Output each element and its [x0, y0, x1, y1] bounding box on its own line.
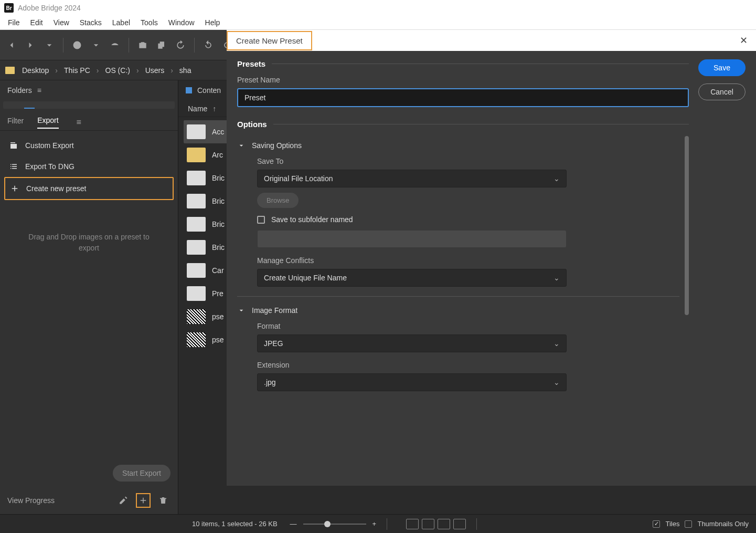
tab-menu-icon[interactable]: ≡	[77, 118, 81, 127]
subfolder-checkbox[interactable]	[257, 216, 265, 224]
tile-view-icon[interactable]	[422, 519, 434, 529]
file-name: Bric	[212, 220, 225, 228]
file-name: Bric	[212, 174, 225, 182]
menu-stacks[interactable]: Stacks	[74, 16, 107, 29]
cancel-button[interactable]: Cancel	[698, 83, 746, 100]
grid-view-icon[interactable]	[406, 519, 419, 529]
start-export-button[interactable]: Start Export	[113, 465, 171, 482]
camera-icon[interactable]	[135, 38, 150, 53]
file-name: pse	[212, 312, 224, 321]
detail-view-icon[interactable]	[438, 519, 450, 529]
menu-window[interactable]: Window	[163, 16, 200, 29]
image-format-header[interactable]: Image Format	[237, 306, 679, 315]
subfolder-label: Save to subfolder named	[271, 215, 353, 224]
thumbnails-checkbox[interactable]	[685, 520, 692, 528]
zoom-in-icon[interactable]: +	[372, 520, 377, 528]
chevron-down-icon: ⌄	[553, 274, 560, 282]
nav-forward-icon[interactable]	[23, 38, 38, 53]
preset-name-input[interactable]	[237, 88, 689, 107]
file-thumb	[187, 194, 206, 208]
sort-arrow-icon: ↑	[212, 104, 216, 113]
app-title: Adobe Bridge 2024	[18, 4, 81, 12]
content-indicator	[186, 87, 192, 93]
chevron-down-icon: ⌄	[553, 378, 560, 386]
refresh-icon[interactable]	[173, 38, 188, 53]
view-progress-label[interactable]: View Progress	[7, 496, 55, 505]
file-name: Car	[212, 266, 224, 275]
file-name: Acc	[212, 128, 224, 136]
history-icon[interactable]	[70, 38, 84, 53]
breadcrumb-item[interactable]: Users	[142, 66, 168, 75]
chevron-down-icon: ⌄	[553, 174, 560, 183]
extension-label: Extension	[257, 361, 679, 369]
zoom-out-icon[interactable]: —	[290, 520, 297, 528]
close-icon[interactable]: ✕	[731, 35, 756, 46]
pencil-icon[interactable]	[116, 493, 131, 508]
rotate-ccw-icon[interactable]	[201, 38, 216, 53]
dialog-header: Create New Preset ✕	[227, 30, 756, 51]
presets-section-title: Presets	[237, 59, 689, 68]
format-select[interactable]: JPEG ⌄	[257, 335, 567, 352]
save-to-label: Save To	[257, 157, 679, 165]
save-button[interactable]: Save	[698, 59, 746, 76]
tab-filter[interactable]: Filter	[7, 117, 24, 128]
save-to-select[interactable]: Original File Location ⌄	[257, 170, 567, 187]
nav-back-icon[interactable]	[4, 38, 19, 53]
file-name: Pre	[212, 289, 223, 298]
list-icon	[8, 161, 19, 172]
dialog-title: Create New Preset	[227, 31, 312, 50]
zoom-slider[interactable]	[303, 524, 366, 525]
breadcrumb-item[interactable]: OS (C:)	[102, 66, 133, 75]
menu-help[interactable]: Help	[200, 16, 226, 29]
copy-icon[interactable]	[154, 38, 169, 53]
file-thumb	[187, 171, 206, 185]
subfolder-name-input	[257, 230, 567, 248]
create-new-preset[interactable]: Create new preset	[4, 177, 174, 200]
tiles-label: Tiles	[665, 520, 679, 528]
boomerang-icon[interactable]	[108, 38, 122, 53]
file-thumb	[187, 124, 206, 139]
tiles-checkbox[interactable]	[653, 520, 660, 528]
menu-tools[interactable]: Tools	[135, 16, 163, 29]
file-thumb	[187, 309, 206, 324]
saving-options-header[interactable]: Saving Options	[237, 141, 679, 150]
content-label: Conten	[197, 86, 221, 95]
app-icon: Br	[4, 3, 14, 13]
conflicts-select[interactable]: Create Unique File Name ⌄	[257, 269, 567, 287]
menu-label[interactable]: Label	[107, 16, 135, 29]
tab-export[interactable]: Export	[37, 116, 58, 129]
status-bar: 10 items, 1 selected - 26 KB — + Tiles T…	[0, 514, 756, 533]
folder-icon	[5, 67, 15, 74]
extension-select[interactable]: .jpg ⌄	[257, 373, 567, 391]
browse-button[interactable]: Browse	[257, 193, 299, 208]
breadcrumb-item[interactable]: Desktop	[19, 66, 52, 75]
menu-view[interactable]: View	[48, 16, 74, 29]
folders-label: Folders	[7, 86, 32, 95]
file-thumb	[187, 240, 206, 255]
file-thumb	[187, 332, 206, 347]
hamburger-icon[interactable]: ≡	[37, 86, 41, 95]
nav-dropdown-icon[interactable]	[42, 38, 57, 53]
chevron-down-icon[interactable]	[89, 38, 103, 53]
conflicts-label: Manage Conflicts	[257, 256, 679, 265]
left-panel: Folders ≡ Filter Export ≡ Custom Export …	[0, 80, 178, 514]
menu-file[interactable]: File	[3, 16, 25, 29]
file-thumb	[187, 148, 206, 162]
export-custom[interactable]: Custom Export	[4, 135, 174, 156]
add-preset-icon[interactable]	[136, 493, 151, 508]
title-bar: Br Adobe Bridge 2024	[0, 0, 756, 16]
options-scrollbar[interactable]	[685, 136, 689, 315]
chevron-right-icon: ›	[167, 66, 176, 75]
menu-edit[interactable]: Edit	[25, 16, 48, 29]
export-custom-label: Custom Export	[25, 141, 74, 150]
folder-scrollbar[interactable]	[3, 101, 175, 109]
file-name: Bric	[212, 197, 225, 205]
folders-header: Folders ≡	[0, 80, 178, 100]
list-view-icon[interactable]	[453, 519, 466, 529]
export-dng[interactable]: Export To DNG	[4, 156, 174, 177]
breadcrumb-item[interactable]: This PC	[61, 66, 93, 75]
chevron-right-icon: ›	[52, 66, 61, 75]
breadcrumb-item[interactable]: sha	[176, 66, 195, 75]
trash-icon[interactable]	[156, 493, 171, 508]
chevron-right-icon: ›	[133, 66, 142, 75]
